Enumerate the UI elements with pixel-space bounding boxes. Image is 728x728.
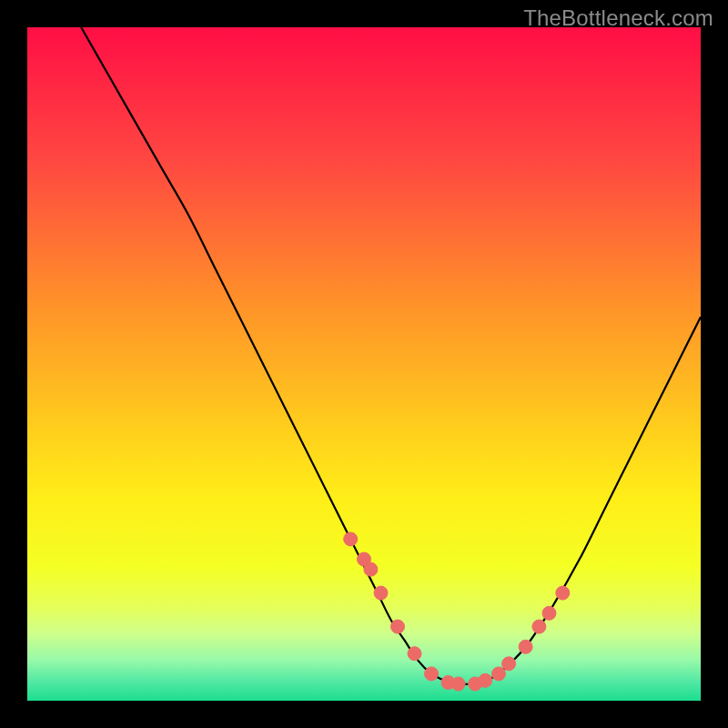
curve-marker bbox=[408, 647, 421, 661]
curve-marker bbox=[425, 667, 439, 681]
curve-marker bbox=[344, 532, 358, 546]
curve-marker bbox=[451, 677, 465, 691]
curve-marker bbox=[391, 620, 405, 633]
chart-container: TheBottleneck.com bbox=[0, 0, 728, 728]
curve-marker bbox=[492, 667, 506, 681]
curve-marker bbox=[364, 562, 378, 576]
curve-marker bbox=[542, 606, 556, 620]
curve-marker bbox=[502, 657, 516, 671]
curve-marker bbox=[556, 586, 570, 600]
gradient-background bbox=[27, 27, 701, 701]
curve-marker bbox=[519, 640, 532, 653]
plot-area bbox=[27, 27, 701, 701]
curve-marker bbox=[374, 586, 388, 600]
curve-marker bbox=[532, 620, 546, 633]
curve-marker bbox=[479, 673, 492, 687]
chart-svg bbox=[27, 27, 701, 701]
